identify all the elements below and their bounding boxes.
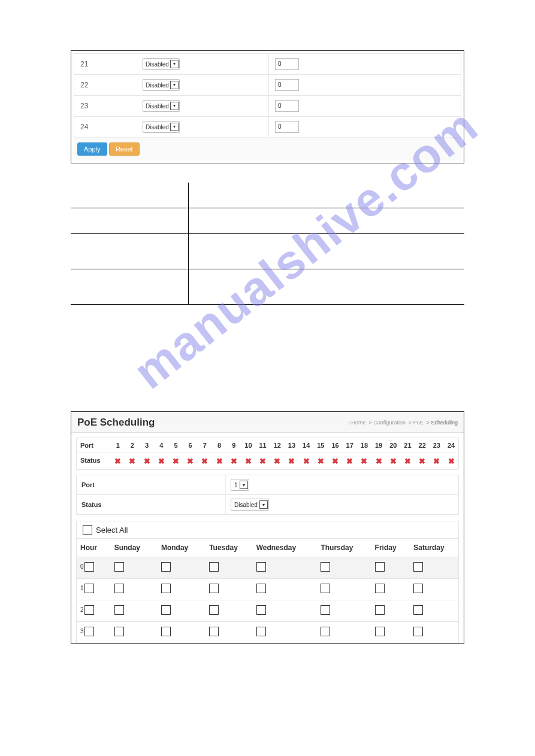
schedule-checkbox[interactable]: [321, 584, 330, 593]
schedule-checkbox[interactable]: [413, 584, 423, 593]
port-col: 13: [285, 438, 299, 453]
schedule-checkbox[interactable]: [256, 627, 266, 636]
hour-checkbox[interactable]: [84, 627, 94, 636]
port-number: 23: [74, 102, 139, 110]
mode-select[interactable]: Disabled ▾: [143, 58, 180, 70]
value-input[interactable]: 0: [275, 121, 299, 133]
mode-select-value: Disabled: [146, 124, 169, 130]
config-status-row: Status Disabled ▾: [76, 495, 459, 515]
col-sunday: Sunday: [111, 539, 158, 557]
mode-select[interactable]: Disabled ▾: [143, 100, 180, 112]
x-icon: ✖: [328, 453, 342, 469]
value-input[interactable]: 0: [275, 100, 299, 112]
schedule-checkbox[interactable]: [321, 627, 330, 636]
chevron-down-icon: ▾: [170, 102, 179, 110]
schedule-checkbox[interactable]: [161, 562, 171, 572]
schedule-checkbox[interactable]: [375, 627, 385, 636]
crumb-poe[interactable]: PoE: [413, 420, 424, 426]
mode-select[interactable]: Disabled ▾: [143, 79, 180, 91]
schedule-checkbox[interactable]: [209, 562, 219, 572]
config-port-row: Port 1 ▾: [76, 475, 459, 495]
port-number: 21: [74, 60, 139, 68]
schedule-checkbox[interactable]: [256, 584, 266, 593]
x-icon: ✖: [168, 453, 183, 469]
value-input[interactable]: 0: [275, 58, 299, 70]
port-col: 5: [168, 438, 183, 453]
def-desc: Allows user to set the IP address of the…: [189, 234, 465, 269]
port-col: 20: [386, 438, 400, 453]
def-desc: Description: [189, 183, 465, 208]
schedule-checkbox[interactable]: [321, 562, 330, 572]
status-select-value: Disabled: [234, 502, 258, 508]
table-row: Ping IP Address Allows user to set the I…: [71, 234, 464, 269]
port-col: 23: [430, 438, 444, 453]
mode-select[interactable]: Disabled ▾: [143, 121, 180, 133]
schedule-checkbox[interactable]: [413, 562, 423, 572]
x-icon: ✖: [444, 453, 458, 469]
status-select[interactable]: Disabled ▾: [231, 499, 269, 511]
port-number: 22: [74, 81, 139, 89]
value-input[interactable]: 0: [275, 79, 299, 91]
schedule-checkbox[interactable]: [375, 605, 385, 615]
mode-select-value: Disabled: [146, 61, 169, 68]
config-port-label: Port: [77, 475, 225, 494]
x-icon: ✖: [226, 453, 241, 469]
hour-cell: 1: [77, 579, 111, 600]
x-icon: ✖: [212, 453, 226, 469]
schedule-row: 3: [77, 622, 458, 643]
port-number: 24: [74, 123, 139, 131]
mode-select-value: Disabled: [146, 103, 169, 110]
port-row: 24 Disabled ▾ 0: [74, 116, 461, 137]
port-select-value: 1: [234, 482, 238, 488]
schedule-checkbox[interactable]: [413, 605, 423, 615]
select-all-label: Select All: [96, 526, 128, 535]
port-col: 19: [371, 438, 386, 453]
reset-button[interactable]: Reset: [109, 142, 140, 156]
schedule-checkbox[interactable]: [114, 562, 124, 572]
config-status-label: Status: [77, 495, 225, 514]
hour-cell: 2: [77, 600, 111, 622]
schedule-checkbox[interactable]: [114, 605, 124, 615]
schedule-checkbox[interactable]: [375, 584, 385, 593]
crumb-home[interactable]: Home: [352, 420, 366, 426]
poe-scheduling-panel: PoE Scheduling ⌂Home > Configuration > P…: [71, 411, 464, 644]
schedule-checkbox[interactable]: [321, 605, 330, 615]
apply-button[interactable]: Apply: [77, 142, 107, 156]
select-all-row: Select All: [77, 521, 458, 538]
select-all-checkbox[interactable]: [83, 525, 92, 535]
schedule-checkbox[interactable]: [114, 627, 124, 636]
port-col: 12: [270, 438, 285, 453]
schedule-checkbox[interactable]: [209, 627, 219, 636]
crumb-scheduling: Scheduling: [431, 420, 458, 426]
port-row: 23 Disabled ▾ 0: [74, 95, 461, 116]
x-icon: ✖: [343, 453, 357, 469]
port-col: 1: [111, 438, 125, 453]
def-desc: This is the logical port number for this…: [189, 208, 465, 234]
schedule-checkbox[interactable]: [375, 562, 385, 572]
hour-checkbox[interactable]: [84, 562, 94, 572]
hour-cell: 0: [77, 557, 111, 579]
schedule-checkbox[interactable]: [161, 627, 171, 636]
crumb-config[interactable]: Configuration: [373, 420, 406, 426]
port-col: 24: [444, 438, 458, 453]
x-icon: ✖: [111, 453, 125, 469]
x-icon: ✖: [154, 453, 168, 469]
port-select[interactable]: 1 ▾: [231, 479, 249, 491]
x-icon: ✖: [285, 453, 299, 469]
schedule-table: Hour Sunday Monday Tuesday Wednesday Thu…: [77, 538, 458, 643]
port-col: 14: [299, 438, 313, 453]
x-icon: ✖: [430, 453, 444, 469]
x-icon: ✖: [270, 453, 285, 469]
schedule-header-row: Hour Sunday Monday Tuesday Wednesday Thu…: [77, 539, 458, 557]
schedule-checkbox[interactable]: [161, 584, 171, 593]
schedule-checkbox[interactable]: [114, 584, 124, 593]
schedule-checkbox[interactable]: [413, 627, 423, 636]
schedule-checkbox[interactable]: [256, 562, 266, 572]
status-row: Status ✖ ✖ ✖ ✖ ✖ ✖ ✖ ✖ ✖ ✖ ✖ ✖ ✖ ✖ ✖ ✖ ✖…: [77, 453, 458, 469]
schedule-checkbox[interactable]: [209, 605, 219, 615]
schedule-checkbox[interactable]: [256, 605, 266, 615]
schedule-checkbox[interactable]: [161, 605, 171, 615]
hour-checkbox[interactable]: [84, 584, 94, 593]
schedule-checkbox[interactable]: [209, 584, 219, 593]
hour-checkbox[interactable]: [84, 605, 94, 615]
